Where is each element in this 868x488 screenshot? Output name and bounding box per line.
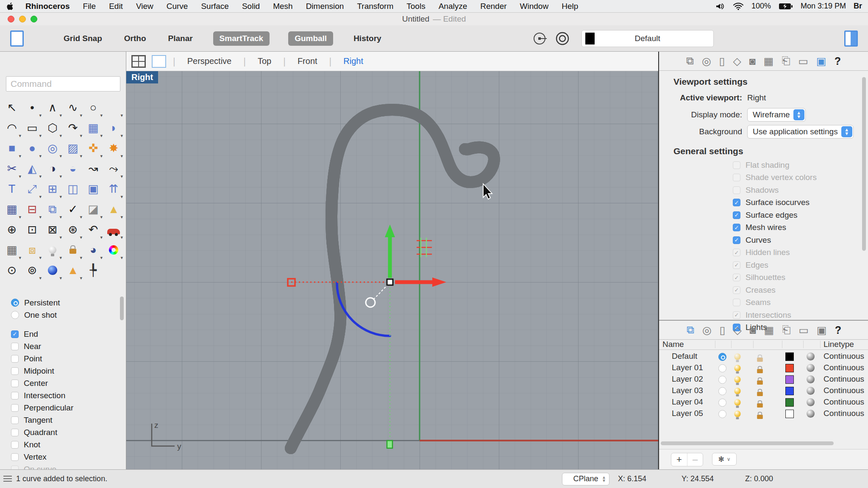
- group-tool[interactable]: ⧈: [22, 240, 42, 260]
- layer-material-sphere[interactable]: [807, 398, 815, 406]
- osnap-mode-persistent[interactable]: Persistent: [11, 297, 117, 309]
- checkbox[interactable]: [11, 441, 19, 449]
- sphere-grid-tool[interactable]: ⊚: [22, 260, 42, 280]
- box-tool[interactable]: ■: [2, 138, 22, 158]
- circle-widget-icon[interactable]: [554, 30, 570, 47]
- check-selection-tool[interactable]: ✓: [63, 199, 83, 219]
- array-tool[interactable]: ⊞: [42, 179, 63, 199]
- osnap-knot[interactable]: Knot: [11, 438, 117, 451]
- cage-edit-tool[interactable]: ▣: [83, 179, 103, 199]
- materials-icon[interactable]: ◇: [733, 324, 741, 336]
- grid-icon[interactable]: ▦: [764, 55, 774, 67]
- left-sidebar-toggle-icon[interactable]: [10, 30, 24, 47]
- menu-item-transform[interactable]: Transform: [357, 2, 393, 11]
- analyze-pie-tool[interactable]: ◕: [83, 240, 103, 260]
- checkbox[interactable]: [733, 174, 740, 181]
- checkbox[interactable]: ✓: [733, 261, 740, 269]
- fillet-curve-tool[interactable]: ↷: [63, 118, 83, 138]
- menu-user[interactable]: Br: [854, 2, 862, 11]
- checkbox[interactable]: ✓: [733, 236, 740, 244]
- layer-color-swatch[interactable]: [785, 352, 794, 361]
- layer-row-layer-01[interactable]: Layer 01Continuous: [659, 363, 868, 374]
- layer-linetype[interactable]: Continuous: [823, 352, 864, 361]
- zoom-extents-tool[interactable]: ⊠: [42, 219, 63, 240]
- edit-points-tool[interactable]: ↝: [83, 158, 103, 179]
- setting-surface-edges[interactable]: ✓Surface edges: [733, 209, 868, 222]
- layer-current-radio[interactable]: [718, 376, 726, 384]
- wifi-icon[interactable]: [733, 2, 744, 11]
- drape-surface-tool[interactable]: ▨: [63, 138, 83, 158]
- text-tool[interactable]: T: [2, 179, 22, 199]
- copy-tool[interactable]: ⧉: [42, 199, 63, 219]
- tab-perspective[interactable]: Perspective: [175, 56, 244, 66]
- checkbox[interactable]: [11, 404, 19, 412]
- osnap-on-curve[interactable]: On curve: [11, 463, 117, 469]
- cone-tool[interactable]: ▲: [63, 260, 83, 280]
- render-icon[interactable]: ◙: [749, 55, 756, 67]
- surface-direction-tool[interactable]: ⇈: [103, 179, 124, 199]
- surface-from-points-tool[interactable]: ▦: [83, 118, 103, 138]
- grid-icon[interactable]: ▦: [764, 324, 774, 336]
- checkbox[interactable]: ✓: [733, 274, 740, 281]
- osnap-scrollbar[interactable]: [120, 297, 124, 320]
- layer-current-radio[interactable]: [718, 387, 726, 395]
- layer-row-layer-03[interactable]: Layer 03Continuous: [659, 385, 868, 397]
- menu-item-window[interactable]: Window: [520, 2, 549, 11]
- command-input[interactable]: [6, 76, 120, 92]
- layer-row-default[interactable]: DefaultContinuous: [659, 351, 868, 363]
- viewport-name-badge[interactable]: Right: [126, 71, 158, 83]
- setting-edges[interactable]: ✓Edges: [733, 259, 868, 272]
- layer-material-sphere[interactable]: [807, 387, 815, 395]
- layers-icon[interactable]: ⧉: [686, 55, 694, 67]
- layer-color-swatch[interactable]: [785, 375, 794, 384]
- split-tool[interactable]: ◭: [22, 158, 42, 179]
- frame-icon[interactable]: ▭: [798, 55, 808, 67]
- single-viewport-icon[interactable]: [152, 55, 166, 68]
- menu-item-file[interactable]: File: [83, 2, 96, 11]
- layer-lock-icon[interactable]: [757, 403, 763, 408]
- gumball-green-handle[interactable]: [387, 441, 392, 448]
- layer-linetype[interactable]: Continuous: [823, 374, 864, 384]
- tab-right[interactable]: Right: [331, 56, 375, 66]
- sphere-tool[interactable]: ●: [22, 138, 42, 158]
- checkbox[interactable]: [733, 161, 740, 169]
- layer-linetype[interactable]: Continuous: [823, 409, 864, 418]
- layer-current-radio[interactable]: [718, 353, 726, 361]
- checkbox[interactable]: ✓: [11, 330, 19, 338]
- osnap-midpoint[interactable]: Midpoint: [11, 365, 117, 377]
- array-linear-tool[interactable]: ⊟: [22, 199, 42, 219]
- car-tool[interactable]: [103, 219, 124, 240]
- volume-icon[interactable]: [715, 2, 725, 11]
- radio-selected[interactable]: [11, 299, 19, 307]
- background-select[interactable]: Use application settings ▲▼: [747, 125, 854, 139]
- checkbox[interactable]: [11, 392, 19, 399]
- right-panel-scrollbar[interactable]: [862, 77, 866, 251]
- checkbox[interactable]: [11, 380, 19, 387]
- notes-icon[interactable]: ▯: [719, 55, 725, 67]
- layer-lock-icon[interactable]: [757, 392, 763, 396]
- commands-icon[interactable]: ⎗: [782, 324, 790, 336]
- sphere-wireframe-tool[interactable]: ⊙: [2, 260, 22, 280]
- explode-tool[interactable]: ✸: [103, 138, 124, 158]
- cplane-combo[interactable]: CPlane ▲▼: [562, 473, 609, 485]
- menu-item-edit[interactable]: Edit: [109, 2, 123, 11]
- lock-tool[interactable]: [63, 240, 83, 260]
- setting-silhouettes[interactable]: ✓Silhouettes: [733, 272, 868, 284]
- checkbox[interactable]: [11, 416, 19, 424]
- remove-layer-button[interactable]: –: [687, 453, 703, 466]
- checkbox[interactable]: [733, 299, 740, 306]
- checkbox[interactable]: [11, 429, 19, 436]
- menu-item-render[interactable]: Render: [480, 2, 506, 11]
- layer-row-layer-04[interactable]: Layer 04Continuous: [659, 397, 868, 408]
- setting-mesh-wires[interactable]: ✓Mesh wires: [733, 222, 868, 234]
- layer-visible-bulb-icon[interactable]: [734, 365, 740, 371]
- extend-curve-tool[interactable]: ⤳: [103, 158, 124, 179]
- setting-shadows[interactable]: Shadows: [733, 184, 868, 197]
- menu-item-mesh[interactable]: Mesh: [273, 2, 292, 11]
- checkbox[interactable]: [11, 343, 19, 350]
- layer-color-swatch[interactable]: [785, 364, 794, 372]
- properties-icon[interactable]: ◎: [702, 324, 712, 336]
- light-tool[interactable]: [42, 240, 63, 260]
- menu-item-curve[interactable]: Curve: [167, 2, 188, 11]
- zoom-dynamic-tool[interactable]: ⊕: [2, 219, 22, 240]
